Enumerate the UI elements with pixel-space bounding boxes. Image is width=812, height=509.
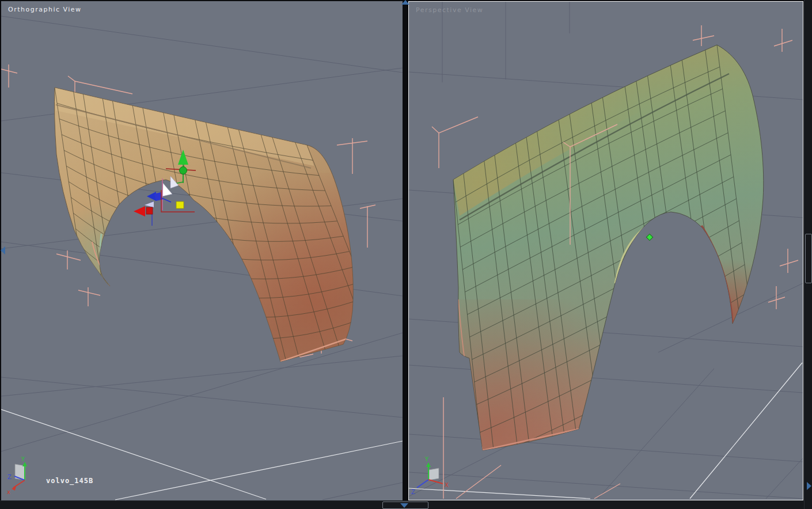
- fender-rose-shading-arch: [680, 248, 783, 351]
- collapse-up-arrow-icon[interactable]: [401, 0, 409, 5]
- bottom-scroll-strip[interactable]: [0, 500, 812, 509]
- modeling-workspace: Y Z x Orthographic View volvo_145B: [0, 0, 812, 509]
- perspective-scene: Y Z X: [409, 2, 803, 500]
- axis-indicator-orthographic: Y Z x: [7, 456, 27, 495]
- viewport-title-perspective: Perspective View: [416, 6, 483, 14]
- pane-resize-handle-vertical[interactable]: [805, 234, 812, 283]
- selected-cv-point[interactable]: [646, 234, 652, 240]
- z-axis-label: Z: [7, 474, 12, 480]
- axis-gizmo-plane: [429, 468, 439, 480]
- right-scroll-strip[interactable]: [804, 0, 812, 509]
- x-axis-label: X: [445, 482, 449, 488]
- z-axis-arrow[interactable]: [147, 192, 156, 201]
- collapse-down-arrow-icon[interactable]: [400, 503, 408, 508]
- axis-gizmo-plane: [15, 464, 25, 480]
- y-axis-ball[interactable]: [180, 167, 187, 174]
- model-name-label: volvo_145B: [46, 477, 93, 485]
- x-axis-label: x: [7, 489, 10, 495]
- free-move-box[interactable]: [176, 202, 184, 208]
- x-axis-arrow[interactable]: [134, 206, 145, 216]
- pane-divider[interactable]: [403, 1, 408, 500]
- y-axis-gizmo-arrow: [426, 462, 431, 467]
- y-axis-label: Y: [21, 456, 25, 462]
- y-axis-gizmo-arrow: [22, 462, 27, 466]
- fender-surface-orthographic[interactable]: [52, 88, 403, 417]
- y-axis-label: Y: [424, 456, 429, 462]
- viewport-perspective[interactable]: Y Z X Perspective View: [408, 1, 803, 500]
- pane-resize-handle-horizontal[interactable]: [382, 502, 428, 509]
- fender-surface-perspective[interactable]: [426, 45, 783, 500]
- plane-handle-small[interactable]: [145, 202, 154, 207]
- grid-axis-lines: [1, 409, 403, 500]
- x-axis-box[interactable]: [146, 207, 153, 214]
- collapse-right-arrow-icon[interactable]: [807, 482, 811, 490]
- z-axis-label: Z: [411, 489, 415, 495]
- orthographic-scene: Y Z x: [1, 1, 403, 500]
- grid-axis-lines: [409, 363, 802, 499]
- viewport-orthographic[interactable]: Y Z x Orthographic View volvo_145B: [1, 1, 403, 500]
- collapse-left-arrow-icon[interactable]: [1, 246, 5, 254]
- viewport-title-orthographic: Orthographic View: [8, 6, 82, 13]
